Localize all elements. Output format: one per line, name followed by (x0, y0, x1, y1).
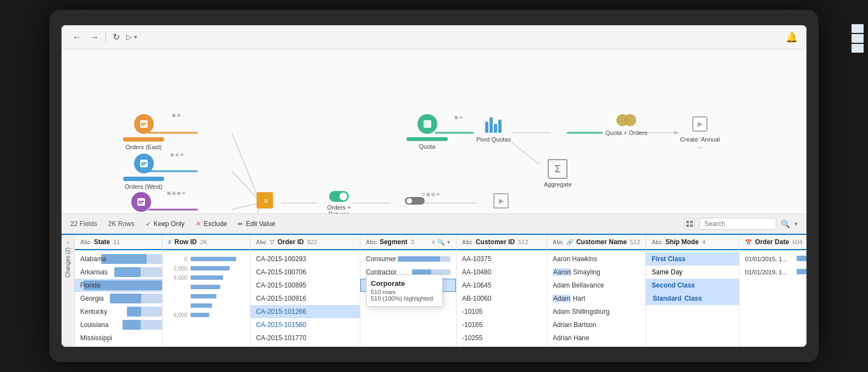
list-item[interactable]: CA-2015-101770 (251, 331, 360, 345)
orders-central-icon (131, 192, 151, 212)
segment-dropdown: Corporate 510 rows 510 (100%) highlighte… (366, 274, 443, 307)
list-item[interactable]: Mississippi (75, 331, 162, 345)
state-type: Abc (80, 239, 91, 245)
list-item[interactable]: Alabama (75, 252, 162, 266)
node-orders-west[interactable]: ⊞⊘✏ Orders (West) (123, 154, 164, 190)
list-item[interactable]: -10105 (457, 305, 547, 318)
segment-type: Abc (366, 239, 376, 245)
list-item[interactable]: CA-2015-100293 (251, 252, 360, 266)
list-item[interactable]: 01/01/2019, 1... (739, 266, 806, 279)
play-button[interactable]: ▷ ▾ (126, 33, 137, 41)
list-item[interactable]: Louisiana (75, 318, 162, 331)
list-item[interactable]: AB-10060 (457, 292, 547, 305)
segment-search-icon[interactable]: 🔍 (437, 239, 445, 246)
list-item[interactable]: Same Day (646, 266, 739, 279)
svg-line-12 (512, 143, 539, 165)
list-item[interactable]: CA-2015-100916 (251, 292, 360, 305)
node-create-annual[interactable]: ▶ Create 'Annual ... (678, 114, 722, 149)
rows-info: 2K Rows (108, 220, 135, 228)
orders-west-bar (123, 177, 164, 181)
shipmode-count: 4 (702, 239, 705, 245)
list-item[interactable]: 01/01/2015, 1... (739, 252, 806, 266)
rowid-column: # Row ID 2K 0 2,000 (163, 235, 251, 347)
list-item[interactable]: CA-2015-101560 (251, 318, 360, 331)
keep-only-button[interactable]: ✓ Keep Only (146, 220, 185, 228)
list-item[interactable]: Standard Class (646, 292, 739, 305)
orderid-count: 822 (307, 239, 317, 245)
svg-rect-31 (690, 224, 693, 227)
search-input[interactable] (699, 218, 776, 230)
edit-value-button[interactable]: ✏ Edit Value (238, 220, 275, 228)
orders-east-bar (123, 137, 164, 142)
list-item[interactable]: CA-2015-101266 (251, 305, 360, 318)
list-item[interactable]: Adam Hart (547, 292, 646, 305)
list-item[interactable]: AA-10375 (457, 252, 547, 266)
filter-icon: ▽ (270, 239, 274, 246)
node-orders-east[interactable]: ⊞⊘ Orders (East) (123, 114, 164, 150)
segment-filter-icon[interactable]: ≡ (432, 239, 435, 246)
list-item[interactable]: AA-10645 (457, 279, 547, 292)
flow-canvas: ⊞⊘ Orders (East) ⊞⊘✏ Orders (West) (62, 49, 806, 214)
customerid-body: AA-10375 AA-10480 AA-10645 AB-10060 -101… (457, 250, 547, 347)
search-icon[interactable]: 🔍 (781, 219, 790, 228)
node-quota-orders[interactable]: Quota + Orders (605, 114, 647, 136)
list-item[interactable]: CA-2015-100895 (251, 279, 360, 292)
check-icon: ✓ (146, 220, 151, 228)
list-item[interactable]: Georgia (75, 292, 162, 305)
hist-row (168, 283, 244, 291)
orderdate-column: 📅 Order Date 604 01/01/2015, 1... 01/01 (739, 235, 806, 347)
dropdown-title: Corporate (371, 279, 438, 288)
customerid-type: Abc (462, 239, 472, 245)
expand-button[interactable]: ▾ (794, 220, 798, 228)
list-item[interactable]: Second Class (646, 279, 739, 292)
notification-bell[interactable]: 🔔 (786, 31, 798, 43)
list-item[interactable]: First Class (646, 252, 739, 266)
sidebar-arrow[interactable]: › (67, 239, 69, 245)
list-item[interactable]: Consumer (360, 252, 456, 266)
node-all-orders[interactable]: ≡ All Orders (252, 191, 279, 214)
node-create-all-orders[interactable]: ▶ Create 'All Orde... (479, 191, 523, 214)
list-item[interactable]: AA-10480 (457, 266, 547, 279)
segment-more-icon[interactable]: ▾ (447, 239, 450, 246)
list-item[interactable]: Adrian Hane (547, 331, 646, 345)
list-item[interactable]: Florida (75, 279, 162, 292)
edit-icon: ✏ (238, 221, 243, 228)
list-item[interactable]: Aaron Hawkins (547, 252, 646, 266)
svg-line-3 (232, 133, 259, 200)
orderdate-count: 604 (792, 239, 802, 245)
play-dropdown-arrow[interactable]: ▾ (134, 33, 137, 41)
list-item[interactable]: CA-2015-100706 (251, 266, 360, 279)
list-item[interactable]: Adrian Bartson (547, 318, 646, 331)
list-item[interactable]: Arkansas (75, 266, 162, 279)
shipmode-header: Abc Ship Mode 4 (646, 235, 739, 250)
hist-row: 2,000 (168, 264, 244, 273)
grid-icon[interactable] (684, 218, 695, 229)
node-quota[interactable]: ⊞✏ Quota (407, 114, 448, 150)
list-item[interactable]: Adam Bellavance (547, 279, 646, 292)
rowid-header: # Row ID 2K (163, 235, 250, 250)
orders-west-label: Orders (West) (125, 183, 163, 190)
list-item[interactable]: Kentucky (75, 305, 162, 318)
back-button[interactable]: ← (70, 30, 84, 44)
exclude-button[interactable]: ✕ Exclude (196, 220, 227, 228)
list-item[interactable]: Aaron Smayling (547, 266, 646, 279)
list-item[interactable]: Adam Shillingsburg (547, 305, 646, 318)
node-aggregate[interactable]: Σ Aggregate (544, 159, 572, 188)
orders-east-icon (134, 114, 154, 134)
segment-title: Segment (380, 238, 408, 246)
list-item[interactable]: -10165 (457, 318, 547, 331)
shipmode-title: Ship Mode (665, 238, 699, 246)
orderid-column: Abc ▽ Order ID 822 CA-2015-100293 CA-201… (251, 235, 360, 347)
toolbar-divider (105, 32, 106, 43)
node-orders-returns[interactable]: Orders + Returns (317, 191, 361, 214)
refresh-button[interactable]: ↻ (110, 30, 122, 44)
node-pivot-quotas[interactable]: Pivot Quotas (476, 114, 511, 143)
forward-button[interactable]: → (88, 30, 101, 44)
node-orders-central[interactable]: ⊞⊟⊞✏ Orders (Central) (119, 192, 163, 214)
list-item[interactable]: -10255 (457, 331, 547, 345)
svg-rect-18 (141, 125, 145, 126)
orderid-type: Abc (256, 239, 266, 245)
node-split-customer[interactable]: ▽⊞⊟✏ Split Customer (394, 191, 435, 214)
svg-rect-21 (141, 164, 145, 165)
customerid-header: Abc Customer ID 512 (457, 235, 547, 250)
